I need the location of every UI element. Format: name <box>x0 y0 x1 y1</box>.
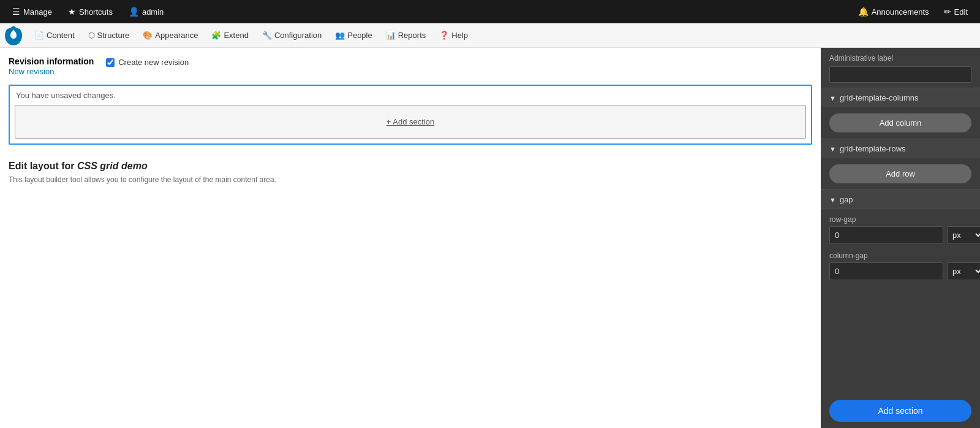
chevron-down-icon: ▼ <box>829 94 836 102</box>
footer-area: Edit layout for CSS grid demo This layou… <box>0 148 821 190</box>
gap-collapsible[interactable]: ▼ gap <box>821 189 980 209</box>
pencil-icon: ✏ <box>944 7 951 17</box>
grid-template-rows-collapsible[interactable]: ▼ grid-template-rows <box>821 139 980 158</box>
star-icon: ★ <box>68 7 76 17</box>
chevron-down-icon-rows: ▼ <box>829 145 836 153</box>
main-wrapper: Revision information New revision Create… <box>0 48 980 428</box>
add-section-button[interactable]: Add section <box>829 400 971 422</box>
bell-icon: 🔔 <box>858 7 869 17</box>
structure-icon: ⬡ <box>88 31 95 40</box>
extend-label: Extend <box>224 31 248 40</box>
column-gap-label: column-gap <box>829 251 971 260</box>
content-label: Content <box>47 31 75 40</box>
chevron-down-icon-gap: ▼ <box>829 196 836 204</box>
admin-bar: ☰ Manage ★ Shortcuts 👤 admin 🔔 Announcem… <box>0 0 980 23</box>
manage-label: Manage <box>23 7 52 17</box>
admin-menu-item[interactable]: 👤 admin <box>123 4 170 19</box>
drupal-logo[interactable] <box>2 25 24 47</box>
help-label: Help <box>451 31 468 40</box>
grid-template-columns-content: Add column <box>821 107 980 139</box>
help-icon: ❓ <box>439 31 449 40</box>
add-section-inline-link[interactable]: Add section <box>386 117 434 126</box>
announcements-menu-item[interactable]: 🔔 Announcements <box>852 4 935 19</box>
manage-menu-item[interactable]: ☰ Manage <box>6 4 58 19</box>
column-gap-unit-select[interactable]: px % em rem fr auto <box>947 262 980 280</box>
section-placeholder: Add section <box>15 105 806 139</box>
admin-label-input[interactable] <box>829 66 971 83</box>
unsaved-notice: You have unsaved changes. <box>15 91 806 100</box>
grid-template-columns-collapsible[interactable]: ▼ grid-template-columns <box>821 88 980 107</box>
sidebar: Administrative label ▼ grid-template-col… <box>821 48 980 428</box>
create-new-revision-label: Create new revision <box>106 58 189 67</box>
row-gap-unit-select[interactable]: px % em rem fr auto <box>947 226 980 244</box>
shortcuts-label: Shortcuts <box>79 7 113 17</box>
content-icon: 📄 <box>34 31 44 40</box>
row-gap-row: px % em rem fr auto <box>829 226 971 244</box>
appearance-label: Appearance <box>155 31 198 40</box>
nav-content[interactable]: 📄 Content <box>28 27 81 44</box>
admin-label: admin <box>142 7 164 17</box>
announcements-label: Announcements <box>872 7 929 17</box>
gap-label: gap <box>840 195 853 204</box>
add-row-button[interactable]: Add row <box>829 164 971 183</box>
structure-label: Structure <box>97 31 130 40</box>
nav-appearance[interactable]: 🎨 Appearance <box>137 27 204 44</box>
revision-checkbox-text: Create new revision <box>118 58 189 67</box>
layout-editor: You have unsaved changes. Add section <box>9 85 812 145</box>
row-gap-input[interactable] <box>829 226 943 244</box>
reports-label: Reports <box>398 31 426 40</box>
create-new-revision-checkbox[interactable] <box>106 58 115 67</box>
column-gap-group: column-gap px % em rem fr auto <box>829 251 971 280</box>
content-area: Revision information New revision Create… <box>0 48 821 428</box>
admin-bar-right: 🔔 Announcements ✏ Edit <box>852 4 974 19</box>
nav-extend[interactable]: 🧩 Extend <box>205 27 254 44</box>
edit-menu-item[interactable]: ✏ Edit <box>938 4 974 19</box>
appearance-icon: 🎨 <box>143 31 153 40</box>
sidebar-admin-label-title: Administrative label <box>829 54 971 63</box>
people-label: People <box>347 31 372 40</box>
footer-description: This layout builder tool allows you to c… <box>9 175 812 184</box>
nav-reports[interactable]: 📊 Reports <box>380 27 432 44</box>
nav-configuration[interactable]: 🔧 Configuration <box>256 27 328 44</box>
revision-info: Revision information New revision <box>9 56 94 76</box>
drupal-logo-icon <box>5 26 22 45</box>
people-icon: 👥 <box>335 31 345 40</box>
footer-title: Edit layout for CSS grid demo <box>9 161 812 172</box>
footer-title-italic: CSS grid demo <box>77 161 148 171</box>
reports-icon: 📊 <box>386 31 396 40</box>
new-revision-link[interactable]: New revision <box>9 67 54 76</box>
sidebar-admin-label-section: Administrative label <box>821 48 980 88</box>
user-icon: 👤 <box>129 7 139 17</box>
row-gap-label: row-gap <box>829 215 971 224</box>
grid-template-rows-content: Add row <box>821 158 980 189</box>
configuration-icon: 🔧 <box>262 31 272 40</box>
column-gap-input[interactable] <box>829 262 943 280</box>
nav-people[interactable]: 👥 People <box>329 27 378 44</box>
nav-help[interactable]: ❓ Help <box>433 27 474 44</box>
row-gap-group: row-gap px % em rem fr auto <box>829 215 971 244</box>
configuration-label: Configuration <box>274 31 322 40</box>
grid-template-rows-label: grid-template-rows <box>840 144 906 153</box>
revision-info-title: Revision information <box>9 56 94 66</box>
menu-icon: ☰ <box>12 7 20 17</box>
nav-bar: 📄 Content ⬡ Structure 🎨 Appearance 🧩 Ext… <box>0 23 980 48</box>
column-gap-row: px % em rem fr auto <box>829 262 971 280</box>
gap-content: row-gap px % em rem fr auto column-gap <box>821 209 980 294</box>
edit-label: Edit <box>954 7 968 17</box>
nav-structure[interactable]: ⬡ Structure <box>82 27 136 44</box>
revision-bar: Revision information New revision Create… <box>0 54 821 81</box>
extend-icon: 🧩 <box>211 31 221 40</box>
footer-title-prefix: Edit layout for <box>9 161 77 171</box>
shortcuts-menu-item[interactable]: ★ Shortcuts <box>62 4 119 19</box>
add-column-button[interactable]: Add column <box>829 113 971 132</box>
grid-template-columns-label: grid-template-columns <box>840 93 919 102</box>
